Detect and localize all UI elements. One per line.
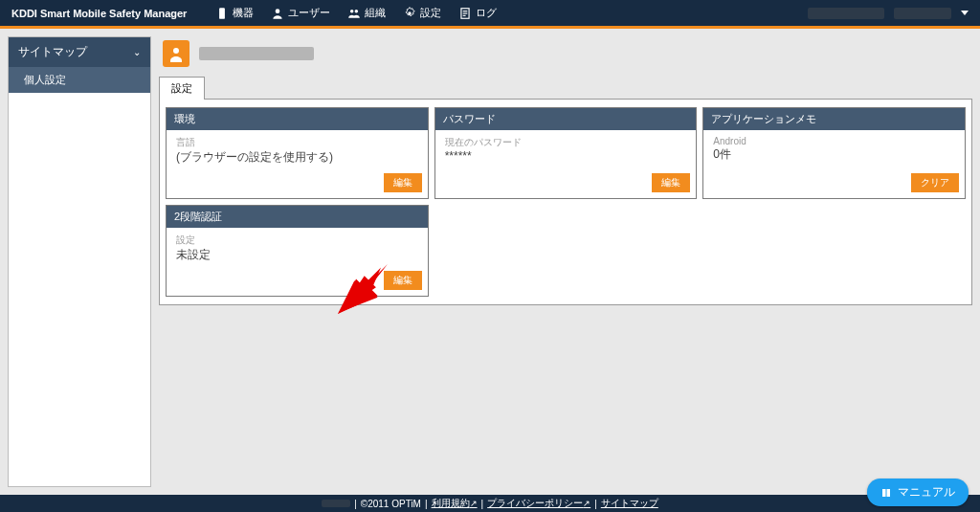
manual-button[interactable]: マニュアル — [867, 479, 969, 506]
nav-users[interactable]: ユーザー — [271, 6, 330, 20]
redacted-user — [894, 8, 951, 19]
card-title: アプリケーションメモ — [703, 108, 965, 130]
card-value: (ブラウザーの設定を使用する) — [176, 149, 418, 166]
footer-sep: | — [425, 499, 428, 509]
footer-sep: | — [481, 499, 484, 509]
svg-point-3 — [355, 9, 359, 11]
svg-marker-14 — [340, 267, 381, 312]
footer-link-privacy[interactable]: プライバシーポリシー↗ — [487, 497, 590, 510]
nav-log[interactable]: ログ — [458, 6, 497, 20]
sidebar: サイトマップ ⌄ 個人設定 — [8, 36, 151, 487]
card-title: パスワード — [435, 108, 697, 130]
edit-mfa-button[interactable]: 編集 — [384, 271, 422, 290]
sidebar-item-label: 個人設定 — [24, 74, 66, 85]
card-label: 言語 — [176, 136, 418, 149]
external-icon: ↗ — [583, 499, 590, 508]
footer-link-sitemap[interactable]: サイトマップ — [601, 497, 658, 510]
sidebar-header[interactable]: サイトマップ ⌄ — [9, 37, 150, 67]
edit-password-button[interactable]: 編集 — [652, 173, 690, 192]
nav-label: 設定 — [420, 6, 441, 20]
device-icon — [215, 7, 229, 20]
tab-settings[interactable]: 設定 — [159, 77, 205, 100]
card-mfa: 2段階認証 設定 未設定 編集 — [166, 205, 429, 297]
footer-link-terms[interactable]: 利用規約↗ — [432, 497, 478, 510]
card-value: ****** — [445, 149, 687, 163]
card-password: パスワード 現在のパスワード ****** 編集 — [434, 107, 698, 199]
card-label: Android — [713, 136, 955, 146]
topbar: KDDI Smart Mobile Safety Manager 機器 ユーザー… — [0, 0, 980, 29]
org-icon — [347, 7, 361, 20]
redacted-footer — [322, 500, 350, 507]
card-environment: 環境 言語 (ブラウザーの設定を使用する) 編集 — [166, 107, 429, 199]
footer-sep: | — [354, 499, 357, 509]
clear-appmemo-button[interactable]: クリア — [911, 173, 959, 192]
card-value: 0件 — [713, 146, 955, 163]
link-label: 利用規約 — [432, 498, 470, 508]
svg-rect-0 — [219, 8, 225, 19]
link-label: サイトマップ — [601, 498, 658, 508]
sidebar-title: サイトマップ — [18, 44, 87, 60]
nav-org[interactable]: 組織 — [347, 6, 386, 20]
footer-sep: | — [594, 499, 597, 509]
copyright: ©2011 OPTiM — [361, 499, 421, 509]
chevron-down-icon — [961, 11, 969, 15]
user-icon — [271, 7, 284, 20]
redacted-username — [199, 47, 314, 60]
card-title: 環境 — [167, 108, 428, 130]
tab-label: 設定 — [171, 82, 192, 94]
manual-label: マニュアル — [898, 484, 955, 501]
card-label: 現在のパスワード — [445, 136, 687, 149]
settings-panel: 環境 言語 (ブラウザーの設定を使用する) 編集 パスワード 現在のパスワード … — [159, 99, 972, 305]
log-icon — [458, 7, 472, 20]
profile-header — [163, 40, 972, 67]
app-title: KDDI Smart Mobile Safety Manager — [11, 8, 187, 19]
gear-icon — [403, 7, 416, 20]
avatar — [163, 40, 189, 67]
tabs: 設定 — [159, 77, 972, 100]
external-icon: ↗ — [470, 499, 478, 508]
annotation-arrow — [337, 264, 389, 314]
svg-point-1 — [276, 9, 280, 13]
sidebar-item-personal-settings[interactable]: 個人設定 — [9, 67, 150, 93]
main-nav: 機器 ユーザー 組織 設定 ログ — [215, 6, 808, 20]
card-value: 未設定 — [176, 247, 418, 263]
nav-label: ログ — [476, 6, 497, 20]
link-label: プライバシーポリシー — [487, 498, 583, 508]
edit-env-button[interactable]: 編集 — [384, 173, 422, 192]
nav-label: 機器 — [233, 6, 254, 20]
card-label: 設定 — [176, 234, 418, 247]
nav-devices[interactable]: 機器 — [215, 6, 254, 20]
nav-label: 組織 — [365, 6, 386, 20]
user-info[interactable] — [808, 8, 969, 19]
nav-label: ユーザー — [288, 6, 330, 20]
main-content: 設定 環境 言語 (ブラウザーの設定を使用する) 編集 パスワード — [155, 29, 980, 495]
nav-settings[interactable]: 設定 — [403, 6, 441, 20]
chevron-down-icon: ⌄ — [133, 47, 141, 57]
footer: | ©2011 OPTiM | 利用規約↗ | プライバシーポリシー↗ | サイ… — [0, 495, 980, 512]
card-app-memo: アプリケーションメモ Android 0件 クリア — [702, 107, 966, 199]
book-icon — [880, 487, 892, 499]
svg-point-2 — [350, 9, 354, 11]
card-title: 2段階認証 — [167, 206, 428, 228]
redacted-company — [808, 8, 884, 19]
svg-point-9 — [173, 48, 179, 54]
